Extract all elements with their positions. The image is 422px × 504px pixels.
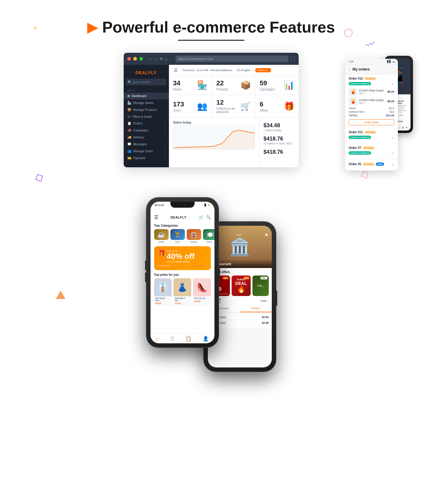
menu-icon[interactable]: ☰ bbox=[154, 214, 158, 220]
order-11-pending-badge: pending bbox=[364, 131, 376, 134]
category-coffe[interactable]: ☕ Coffe bbox=[154, 229, 169, 243]
restaurant-img: 🍽️ bbox=[203, 229, 214, 240]
orders-icon: 📋 bbox=[127, 121, 132, 125]
banner-offer-icon: 🎁 bbox=[158, 249, 165, 257]
stat-campaigns-icon: 📊 bbox=[284, 80, 294, 90]
categories-title: Top Categories bbox=[154, 224, 211, 227]
banner-section[interactable]: 🎁 Get up to 40% off on our latest offers… bbox=[154, 246, 211, 270]
sidebar-item-stores[interactable]: 🏪 Manage Stores bbox=[124, 99, 169, 106]
sales-panel: Sales today bbox=[169, 118, 259, 167]
stat-stores-label: Stores bbox=[173, 88, 182, 91]
qty-stepper[interactable]: - 2 + bbox=[397, 126, 409, 130]
product-chips-1-name: Crunch Chips (copy) bbox=[359, 89, 384, 92]
close-dot[interactable] bbox=[127, 57, 131, 61]
category-restaurant[interactable]: 🍽️ Rest... bbox=[203, 229, 214, 243]
url-bar[interactable]: https://codecanyon.com bbox=[176, 55, 288, 62]
pick-nsqtba-name: NSQTBA V Ne... bbox=[173, 296, 191, 302]
sidebar-item-campaigns[interactable]: 📣 Campaigns › bbox=[124, 127, 169, 134]
product-chips-2-name: Crunch Chips (copy) bbox=[359, 99, 384, 102]
offer-2-badge: 60% bbox=[243, 277, 249, 279]
orders-panel: 1:56 ▊▊ ☁ ‹ My orders Order #12 pending … bbox=[345, 59, 398, 171]
revenue-today: $34.48 1 sale(s) today bbox=[264, 121, 294, 134]
sidebar-search[interactable]: 🔍 Quick search... bbox=[126, 79, 167, 85]
pick-nsqtba[interactable]: 👗 NSQTBA V Ne... 14.3$ bbox=[173, 278, 191, 306]
stat-users: 173 Users 👥 bbox=[169, 95, 212, 117]
stat-orders: 12 Order(s) to be delivered 🛒 bbox=[212, 95, 255, 117]
chip-item-1[interactable]: Chips (copy) $2.04 bbox=[211, 314, 269, 320]
picks-title: Top picks for you bbox=[154, 273, 179, 276]
order-11-expand[interactable]: ⌄ bbox=[391, 135, 394, 139]
sidebar-item-users[interactable]: 👥 Manage Users › bbox=[124, 148, 169, 155]
sidebar-item-orders[interactable]: 📋 Orders › bbox=[124, 120, 169, 127]
orders-panel-time: 1:56 bbox=[348, 60, 354, 63]
order-7-header: Order #7 pending Cash on delivery ⌄ bbox=[349, 146, 394, 155]
orders-back-icon[interactable]: ‹ bbox=[349, 67, 350, 72]
browser-bar: ← → ↻ ⌂ https://codecanyon.com ⛶ bbox=[124, 53, 299, 65]
pick-h2h[interactable]: 👔 H2H Mens Cas... 30.8$ bbox=[154, 278, 172, 306]
tab-photos[interactable]: Photos bbox=[240, 305, 272, 312]
sidebar-item-offers[interactable]: 🏷 Offers & Deals bbox=[124, 113, 169, 120]
sidebar-item-delivery[interactable]: 🚚 Delivery bbox=[124, 134, 169, 141]
stat-users-number: 173 bbox=[173, 100, 184, 108]
pick-dolce-img: 👠 bbox=[193, 278, 211, 296]
stat-users-label: Users bbox=[173, 109, 184, 112]
revenue-today-amount: $34.48 bbox=[264, 122, 294, 129]
maximize-dot[interactable] bbox=[139, 57, 143, 61]
offer-3-label: Y D... bbox=[257, 284, 264, 287]
nav-orders-icon[interactable]: 📋 bbox=[186, 336, 192, 342]
order-5-id: Order #5 bbox=[349, 162, 361, 166]
rphone-fav-icon[interactable]: ★ bbox=[264, 232, 268, 238]
search-icon[interactable]: 🔍 bbox=[206, 215, 211, 219]
category-hotel[interactable]: 🏨 Hotels bbox=[187, 229, 201, 243]
picks-row: 👔 H2H Mens Cas... 30.8$ 👗 NSQTBA V Ne...… bbox=[154, 278, 211, 306]
phones-section: 03:11:27 ▊ 🔋 ☰ DEALFLY 🛒 🔍 bbox=[0, 179, 422, 396]
revenue-month-label: 13 sale(s) in April, 2021 bbox=[264, 142, 294, 145]
qty-plus-button[interactable]: + bbox=[405, 126, 409, 130]
browser-maximize-icon[interactable]: ⛶ bbox=[291, 56, 295, 61]
chip-item-2[interactable]: Chips (copy) $2.08 bbox=[211, 320, 269, 326]
order-7-expand[interactable]: ⌄ bbox=[391, 151, 394, 155]
stat-products-icon: 📦 bbox=[240, 80, 251, 90]
sidebar-item-products[interactable]: 📦 Manage Products bbox=[124, 106, 169, 113]
messages-icon: 💬 bbox=[127, 142, 132, 146]
coffe-img: ☕ bbox=[154, 229, 169, 240]
sidebar-item-products-label: Manage Products bbox=[133, 108, 157, 112]
topbar-timezone: Timezone : 12:16 PM : Africa/Casablanca bbox=[182, 69, 232, 72]
pick-dolce[interactable]: 👠 DOLCE GA... 49.5$ bbox=[193, 278, 211, 306]
minimize-dot[interactable] bbox=[133, 57, 137, 61]
order-detail-button[interactable]: Order Detail bbox=[349, 119, 394, 125]
pick-dolce-price: 49.5$ bbox=[193, 300, 211, 304]
sidebar-item-payment[interactable]: 💳 Payment › bbox=[124, 155, 169, 162]
order-5-expand[interactable]: ⌄ bbox=[391, 162, 394, 166]
stat-offers-label: Offers bbox=[260, 109, 268, 112]
pick-nsqtba-price: 14.3$ bbox=[173, 302, 191, 306]
offer-card-2[interactable]: 60% SUPER DEAL 🔥 bbox=[232, 276, 251, 296]
order-12-expand[interactable]: ⌄ bbox=[391, 81, 394, 86]
products-icon: 📦 bbox=[127, 108, 132, 112]
banner-show-all[interactable]: Show All → bbox=[194, 264, 207, 267]
hamburger-icon[interactable]: ☰ bbox=[174, 68, 178, 73]
nav-home-icon[interactable]: ⌂ bbox=[156, 336, 159, 342]
offer-card-3[interactable]: Y D... Y D... bbox=[252, 276, 269, 296]
dashboard-icon: ⊞ bbox=[127, 94, 130, 98]
categories-section: Top Categories ☕ Coffe 🏋️ Gym 🏨 Hotels bbox=[151, 222, 214, 244]
pick-h2h-name: H2H Mens Cas... bbox=[154, 296, 172, 302]
nav-menu-icon[interactable]: ☰ bbox=[170, 336, 174, 342]
order-12-payment-badge: Cash on delivery bbox=[349, 82, 371, 85]
nav-profile-icon[interactable]: 👤 bbox=[203, 336, 209, 342]
order-5-pending-badge: pending bbox=[362, 162, 375, 166]
admin-logo: DEALFLY bbox=[124, 68, 169, 79]
stat-campaigns: 59 Campaigns 📊 bbox=[255, 76, 299, 95]
stat-products-number: 22 bbox=[216, 79, 228, 87]
restaurant-name: Restaurant bbox=[211, 262, 269, 266]
stat-offers-number: 6 bbox=[260, 100, 268, 108]
sidebar-item-messages[interactable]: 💬 Messages bbox=[124, 141, 169, 148]
left-phone-frame: 03:11:27 ▊ 🔋 ☰ DEALFLY 🛒 🔍 bbox=[146, 197, 219, 348]
order-12: Order #12 pending Cash on delivery ⌄ 🍟 C… bbox=[345, 74, 398, 128]
sidebar-item-dashboard[interactable]: ⊞ Dashboard bbox=[124, 93, 169, 99]
stat-orders-icon: 🛒 bbox=[240, 101, 251, 111]
cart-icon[interactable]: 🛒 bbox=[199, 215, 204, 219]
order-7-payment-badge: Cash on delivery bbox=[349, 151, 371, 155]
stat-campaigns-label: Campaigns bbox=[260, 88, 275, 91]
category-gym[interactable]: 🏋️ Gym bbox=[170, 229, 185, 243]
